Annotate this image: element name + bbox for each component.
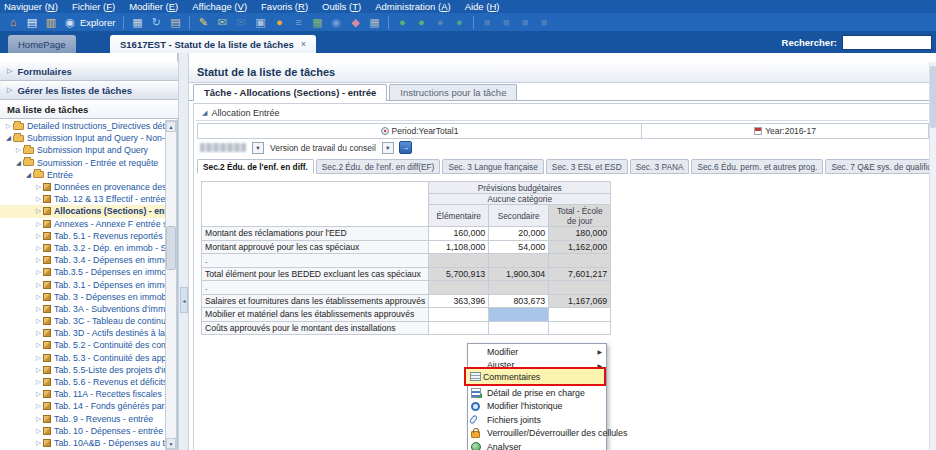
tree-item[interactable]: ◢Soumission - Entrée et requête (0, 157, 165, 169)
accordion-formulaires[interactable]: ▷ Formulaires (0, 62, 178, 81)
tree-item[interactable]: ▷Tab. 12 & 13 Effectif - entrée (0, 193, 165, 205)
chevron-right-icon[interactable]: ▷ (34, 207, 43, 215)
scrollbar-thumb[interactable] (930, 66, 936, 128)
chevron-right-icon[interactable]: ▷ (34, 183, 43, 191)
grid-cell[interactable]: 54,000 (489, 240, 549, 254)
chevron-right-icon[interactable]: ▷ (34, 220, 43, 228)
chevron-right-icon[interactable]: ▷ (34, 341, 43, 349)
grid-cell[interactable] (549, 281, 611, 295)
chevron-right-icon[interactable]: ▷ (34, 427, 43, 435)
chevron-right-icon[interactable]: ▷ (34, 281, 43, 289)
new-document-icon[interactable]: ▤ (25, 15, 39, 29)
tab-instructions[interactable]: Instructions pour la tâche (389, 84, 517, 100)
tree-item[interactable]: ▷Tab. 3 - Dépenses en immobilisatio (0, 291, 165, 303)
take-offline-icon[interactable]: ● (395, 15, 409, 29)
tree-item[interactable]: ▷Tab. 3A - Subventions d'immobilisa (0, 303, 165, 315)
tab-task[interactable]: Tâche - Allocations (Sections) - entrée (193, 84, 387, 101)
insert-comment-icon[interactable]: ✉ (215, 15, 229, 29)
context-menu-item[interactable]: Modifier▶ (468, 345, 606, 359)
sidebar-splitter[interactable]: ◄ (178, 53, 189, 450)
analyze-icon[interactable]: ◆ (348, 15, 362, 29)
tree-item[interactable]: ▷Annexes - Annexe F entrée seulement (0, 218, 165, 230)
offline-refresh-icon[interactable]: ● (433, 15, 447, 29)
chevron-right-icon[interactable]: ▷ (34, 256, 43, 264)
scroll-up-icon[interactable]: ▲ (166, 121, 176, 132)
sync-back-icon[interactable]: ● (414, 15, 428, 29)
tab-active-document[interactable]: S1617EST - Statut de la liste de tâches× (110, 35, 316, 53)
tree-item[interactable]: ▷Tab. 9 - Revenus - entrée (0, 413, 165, 425)
collapse-icon[interactable]: ■ (499, 15, 513, 29)
edit-data-icon[interactable]: ✎ (196, 15, 210, 29)
grid-cell[interactable] (429, 308, 489, 322)
grid-cell[interactable] (489, 281, 549, 295)
chevron-right-icon[interactable]: ▷ (34, 195, 43, 203)
grid-cell[interactable] (549, 254, 611, 268)
sheet-tab[interactable]: Sec. 3 PANA (630, 159, 690, 174)
scroll-down-icon[interactable]: ▼ (166, 438, 176, 449)
chevron-right-icon[interactable]: ▷ (34, 439, 43, 447)
chevron-right-icon[interactable]: ▷ (34, 366, 43, 374)
form-section-header[interactable]: ◢ Allocation Entrée (196, 106, 928, 121)
scrollbar-thumb[interactable] (166, 226, 176, 270)
go-button[interactable]: → (399, 141, 412, 154)
lock-cells-icon[interactable]: ● (272, 15, 286, 29)
chevron-right-icon[interactable]: ▷ (34, 390, 43, 398)
image-icon[interactable]: ▣ (253, 15, 267, 29)
grid-cell[interactable]: 1,167,069 (549, 294, 611, 308)
menu-item-f[interactable]: Fichier (F) (72, 1, 115, 12)
grid-cell[interactable]: 363,396 (429, 294, 489, 308)
menu-item-h[interactable]: Aide (H) (465, 1, 500, 12)
data-validation-icon[interactable]: ▦ (310, 15, 324, 29)
accordion-ma-liste[interactable]: Ma liste de tâches (0, 100, 178, 119)
tree-item[interactable]: ▷Tab. 3.4 - Dépenses en immobilisat (0, 254, 165, 266)
sheet-tab[interactable]: Sec. 7 Q&E sys. de qualification (825, 159, 933, 174)
tree-item[interactable]: ▷Detailed Instructions_Directives détail… (0, 120, 165, 132)
tree-scrollbar[interactable]: ▲ ▼ (165, 120, 177, 450)
chevron-expanded-icon[interactable]: ◢ (24, 171, 33, 179)
grid-cell[interactable] (549, 308, 611, 322)
tree-item[interactable]: ▷Tab. 3C - Tableau de continuité po (0, 315, 165, 327)
expand-icon[interactable]: ■ (480, 15, 494, 29)
sheet-tab[interactable]: Sec. 3 ESL et ESD (546, 159, 628, 174)
menu-item-e[interactable]: Modifier (E) (129, 1, 178, 12)
context-menu-item[interactable]: Verrouiller/Déverrouiller des cellules (468, 427, 606, 441)
cell-info-icon[interactable]: ◉ (329, 15, 343, 29)
context-menu-item[interactable]: Détail de prise en charge (468, 386, 606, 400)
grid-cell[interactable]: 20,000 (489, 227, 549, 241)
tab-homepage[interactable]: HomePage (8, 35, 76, 53)
accordion-gerer-listes[interactable]: ▷ Gérer les listes de tâches (0, 81, 178, 100)
grid-cell[interactable] (489, 321, 549, 335)
commentaires-highlight[interactable]: Commentaires (464, 367, 606, 386)
tree-item[interactable]: ▷Tab. 5.3 - Continuité des apports e (0, 352, 165, 364)
tree-item[interactable]: ▷Tab. 5.5-Liste des projets d'immob (0, 364, 165, 376)
chevron-expanded-icon[interactable]: ◢ (4, 134, 13, 142)
chevron-right-icon[interactable]: ▷ (34, 317, 43, 325)
entity-dropdown-icon[interactable]: ▼ (252, 142, 264, 154)
tree-item[interactable]: ▷Tab. 3.1 - Dépenses en immobilisat (0, 278, 165, 290)
tree-item[interactable]: ▷Tab. 5.6 - Revenus et déficits des t (0, 376, 165, 388)
grid-cell[interactable]: 7,601,217 (549, 267, 611, 281)
pov-period[interactable]: Period:YearTotal1 (197, 123, 641, 139)
version-dropdown-icon[interactable]: ▼ (382, 142, 394, 154)
grid-cell[interactable]: 1,162,000 (549, 240, 611, 254)
grid-cell[interactable]: 180,000 (549, 227, 611, 241)
tree-item[interactable]: ▷Tab. 11A - Recettes fiscales - entrée (0, 388, 165, 400)
chevron-right-icon[interactable]: ▷ (4, 122, 13, 130)
collapse-sidebar-icon[interactable]: ◄ (180, 287, 188, 313)
menu-item-v[interactable]: Affichage (V) (192, 1, 247, 12)
search-input[interactable] (842, 35, 932, 50)
chevron-right-icon[interactable]: ▷ (34, 378, 43, 386)
context-menu-item[interactable]: Fichiers joints (468, 413, 606, 427)
tree-item[interactable]: ▷Tab. 14 - Fonds générés par les éc (0, 400, 165, 412)
chevron-right-icon[interactable]: ▷ (34, 293, 43, 301)
menu-item-r[interactable]: Favoris (R) (261, 1, 308, 12)
open-folder-icon[interactable]: ▥ (44, 15, 58, 29)
tree-item[interactable]: ▷Données en provenance des écoles (0, 181, 165, 193)
grid-cell[interactable] (549, 321, 611, 335)
chevron-right-icon[interactable]: ▷ (34, 268, 43, 276)
sheet-tab[interactable]: Sec.6 Édu. perm. et autres prog. (691, 159, 823, 174)
menu-item-a[interactable]: Administration (A) (375, 1, 451, 12)
tree-item[interactable]: ◢Submission Input and Query - Non-FS_Sou… (0, 132, 165, 144)
go-offline-icon[interactable]: ● (452, 15, 466, 29)
save-icon[interactable]: ▦ (130, 15, 144, 29)
